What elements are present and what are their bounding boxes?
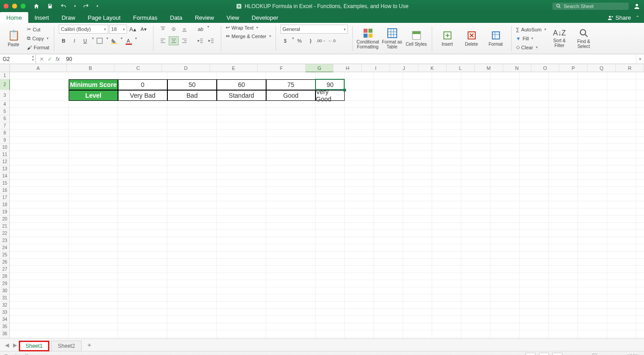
- font-size-combo[interactable]: 18▾: [109, 25, 127, 34]
- row-header[interactable]: 28: [0, 273, 10, 280]
- row-header[interactable]: 20: [0, 216, 10, 223]
- align-bottom-icon[interactable]: [180, 25, 189, 34]
- merge-center-button[interactable]: ⇔Merge & Center▾: [226, 33, 271, 39]
- column-header[interactable]: O: [531, 64, 560, 72]
- row-header[interactable]: 5: [0, 108, 10, 115]
- column-header[interactable]: K: [418, 64, 447, 72]
- tab-developer[interactable]: Developer: [245, 12, 285, 23]
- cut-button[interactable]: ✂Cut: [27, 26, 49, 34]
- column-header[interactable]: A: [10, 64, 67, 72]
- spreadsheet-grid[interactable]: ABCDEFGHIJKLMNOPQR 123456789101112131415…: [0, 64, 644, 338]
- row-header[interactable]: 33: [0, 309, 10, 316]
- font-color-button[interactable]: A: [123, 36, 133, 45]
- row-header[interactable]: 17: [0, 194, 10, 201]
- expand-formula-bar-icon[interactable]: ▼: [636, 54, 644, 64]
- row-header[interactable]: 32: [0, 302, 10, 309]
- table-cell[interactable]: 75: [266, 79, 315, 90]
- conditional-formatting-button[interactable]: Conditional Formatting: [357, 25, 379, 52]
- row-header[interactable]: 19: [0, 208, 10, 216]
- chevron-down-icon[interactable]: ▾: [292, 36, 294, 45]
- cell-area[interactable]: Minimum Score050607590LevelVery BadBadSt…: [10, 72, 644, 338]
- column-header[interactable]: N: [503, 64, 531, 72]
- sheet-tab-1[interactable]: Sheet1: [19, 341, 49, 351]
- chevron-down-icon[interactable]: ▾: [106, 36, 108, 45]
- wrap-text-button[interactable]: ↩Wrap Text▾: [226, 25, 258, 30]
- row-header[interactable]: 25: [0, 251, 10, 259]
- maximize-window-icon[interactable]: [21, 4, 26, 9]
- border-button[interactable]: [95, 36, 105, 45]
- row-header[interactable]: 18: [0, 201, 10, 208]
- row-header[interactable]: 1: [0, 72, 10, 79]
- column-header[interactable]: R: [616, 64, 644, 72]
- row-header[interactable]: 34: [0, 316, 10, 323]
- paste-button[interactable]: 📋 Paste: [3, 25, 24, 52]
- normal-view-icon[interactable]: [526, 353, 535, 355]
- italic-button[interactable]: I: [70, 36, 79, 45]
- share-button[interactable]: Share: [608, 14, 631, 21]
- add-sheet-icon[interactable]: ＋: [86, 341, 92, 349]
- zoom-in-icon[interactable]: ＋: [618, 353, 623, 355]
- align-top-icon[interactable]: [158, 25, 168, 34]
- qat-customize-icon[interactable]: ▾: [96, 4, 98, 8]
- column-header[interactable]: G: [306, 64, 334, 72]
- underline-button[interactable]: U: [80, 36, 90, 45]
- minimize-window-icon[interactable]: [12, 4, 17, 9]
- table-cell[interactable]: Bad: [167, 90, 217, 101]
- accept-formula-icon[interactable]: ✓: [48, 56, 52, 62]
- number-format-combo[interactable]: General▾: [280, 25, 348, 34]
- column-header[interactable]: Q: [587, 64, 616, 72]
- align-left-icon[interactable]: [158, 36, 168, 45]
- increase-font-icon[interactable]: A▴: [128, 25, 138, 34]
- decrease-decimal-icon[interactable]: ←.0: [327, 36, 337, 45]
- row-header[interactable]: 16: [0, 187, 10, 194]
- collapse-ribbon-icon[interactable]: ⌃: [635, 15, 640, 21]
- decrease-indent-icon[interactable]: [196, 36, 206, 45]
- row-header[interactable]: 14: [0, 173, 10, 180]
- row-header[interactable]: 4: [0, 101, 10, 108]
- tab-insert[interactable]: Insert: [28, 12, 56, 23]
- cancel-formula-icon[interactable]: ✕: [39, 56, 44, 62]
- undo-dropdown-icon[interactable]: ▾: [74, 4, 76, 8]
- clear-button[interactable]: ◇Clear▾: [516, 43, 546, 52]
- chevron-down-icon[interactable]: ▾: [121, 36, 123, 45]
- column-header[interactable]: P: [559, 64, 587, 72]
- chevron-down-icon[interactable]: ▾: [92, 36, 94, 45]
- table-cell[interactable]: 50: [167, 79, 217, 90]
- column-header[interactable]: E: [210, 64, 258, 72]
- tab-home[interactable]: Home: [0, 12, 28, 23]
- increase-decimal-icon[interactable]: .00→: [316, 36, 326, 45]
- delete-cells-button[interactable]: Delete: [461, 25, 482, 52]
- tab-draw[interactable]: Draw: [55, 12, 81, 23]
- save-icon[interactable]: [46, 3, 53, 10]
- tab-view[interactable]: View: [220, 12, 245, 23]
- column-header[interactable]: B: [67, 64, 114, 72]
- row-header[interactable]: 23: [0, 237, 10, 244]
- column-header[interactable]: M: [475, 64, 503, 72]
- redo-icon[interactable]: [82, 3, 89, 10]
- row-header[interactable]: 9: [0, 137, 10, 144]
- row-header[interactable]: 12: [0, 158, 10, 165]
- page-layout-view-icon[interactable]: [539, 353, 549, 355]
- tab-formulas[interactable]: Formulas: [127, 12, 164, 23]
- autosum-button[interactable]: ∑AutoSum▾: [516, 26, 546, 34]
- row-header[interactable]: 30: [0, 287, 10, 294]
- table-cell[interactable]: 0: [118, 79, 167, 90]
- percent-icon[interactable]: %: [295, 36, 305, 45]
- format-painter-button[interactable]: 🖌Format: [27, 43, 49, 52]
- zoom-out-icon[interactable]: －: [566, 353, 571, 355]
- close-window-icon[interactable]: [4, 4, 9, 9]
- column-header[interactable]: J: [390, 64, 418, 72]
- column-header[interactable]: C: [114, 64, 162, 72]
- align-center-icon[interactable]: [169, 36, 179, 45]
- table-cell[interactable]: Very Good: [315, 90, 345, 101]
- align-right-icon[interactable]: [180, 36, 189, 45]
- macro-record-icon[interactable]: ▢: [24, 353, 29, 355]
- row-header[interactable]: 11: [0, 151, 10, 158]
- table-cell[interactable]: Very Bad: [118, 90, 167, 101]
- align-middle-icon[interactable]: [169, 25, 179, 34]
- next-sheet-icon[interactable]: ▶: [11, 342, 19, 348]
- row-header[interactable]: 2: [0, 79, 10, 90]
- table-cell[interactable]: Standard: [217, 90, 266, 101]
- row-header[interactable]: 31: [0, 294, 10, 302]
- row-header[interactable]: 8: [0, 130, 10, 137]
